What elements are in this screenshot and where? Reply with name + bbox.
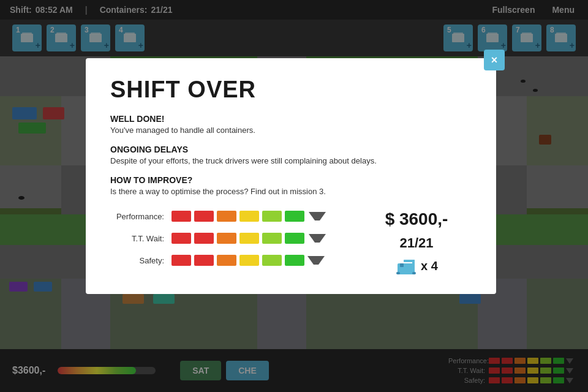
safety-indicator-arrow xyxy=(307,256,325,265)
how-to-improve-body: Is there a way to optimise the process? … xyxy=(110,187,472,196)
how-to-improve-heading: HOW TO IMPROVE? xyxy=(110,175,472,185)
svg-rect-21 xyxy=(412,272,416,274)
crane-icon xyxy=(395,257,417,274)
ongoing-delays-body: Despite of your efforts, the truck drive… xyxy=(110,156,472,165)
ongoing-delays-heading: ONGOING DELAYS xyxy=(110,145,472,154)
safety-bar-3 xyxy=(217,255,236,266)
perf-indicator xyxy=(307,209,327,223)
svg-rect-17 xyxy=(400,263,404,267)
result-containers: 21/21 xyxy=(399,235,433,251)
tt-bar-4 xyxy=(239,233,259,244)
tt-bar-6 xyxy=(285,233,304,244)
svg-rect-20 xyxy=(396,272,400,274)
safety-bar-4 xyxy=(239,255,259,266)
stats-bars: Performance: T.T. Wait: xyxy=(110,209,349,276)
safety-stat-row: Safety: xyxy=(110,254,349,267)
performance-bar-group xyxy=(172,209,327,223)
well-done-body: You've managed to handle all containers. xyxy=(110,126,472,135)
tt-wait-bar-group xyxy=(172,232,327,245)
ongoing-delays-section: ONGOING DELAYS Despite of your efforts, … xyxy=(110,145,472,165)
tt-wait-stat-row: T.T. Wait: xyxy=(110,232,349,245)
tt-bar-5 xyxy=(262,233,282,244)
performance-label: Performance: xyxy=(110,212,172,221)
stats-results: $ 3600,- 21/21 x 4 xyxy=(349,209,472,274)
modal-close-button[interactable]: × xyxy=(484,50,505,70)
crane-count: x 4 xyxy=(421,259,438,273)
performance-stat-row: Performance: xyxy=(110,209,349,223)
well-done-heading: WELL DONE! xyxy=(110,114,472,124)
safety-bar-5 xyxy=(262,255,282,266)
safety-indicator xyxy=(307,254,327,267)
shift-over-modal: × SHIFT OVER WELL DONE! You've managed t… xyxy=(86,58,496,294)
tt-bar-1 xyxy=(172,233,191,244)
tt-bar-2 xyxy=(194,233,214,244)
stats-area: Performance: T.T. Wait: xyxy=(110,209,472,276)
safety-bar-2 xyxy=(194,255,214,266)
svg-rect-19 xyxy=(412,260,415,266)
safety-bar-6 xyxy=(285,255,304,266)
tt-indicator xyxy=(307,232,327,245)
tt-indicator-arrow xyxy=(309,234,326,243)
perf-indicator-arrow xyxy=(309,212,326,221)
perf-bar-6 xyxy=(285,211,304,222)
safety-bar-group xyxy=(172,254,327,267)
perf-bar-3 xyxy=(217,211,236,222)
how-to-improve-section: HOW TO IMPROVE? Is there a way to optimi… xyxy=(110,175,472,196)
perf-bar-2 xyxy=(194,211,214,222)
tt-bar-3 xyxy=(217,233,236,244)
well-done-section: WELL DONE! You've managed to handle all … xyxy=(110,114,472,135)
tt-wait-label: T.T. Wait: xyxy=(110,234,172,243)
safety-label: Safety: xyxy=(110,256,172,265)
result-crane: x 4 xyxy=(395,257,438,274)
perf-bar-1 xyxy=(172,211,191,222)
perf-bar-4 xyxy=(239,211,259,222)
perf-bar-5 xyxy=(262,211,282,222)
modal-title: SHIFT OVER xyxy=(110,77,472,103)
safety-bar-1 xyxy=(172,255,191,266)
result-money: $ 3600,- xyxy=(385,209,448,229)
